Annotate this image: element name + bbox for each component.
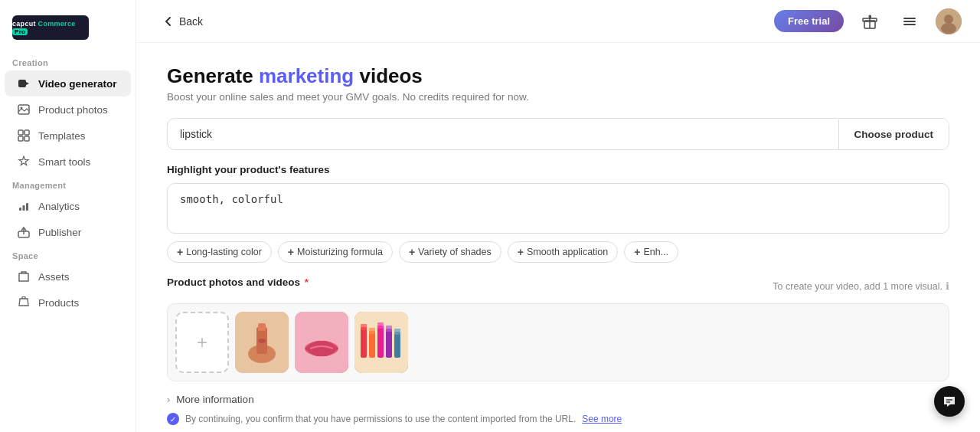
permission-note: ✓ By continuing, you confirm that you ha… (167, 413, 949, 425)
chip-plus-icon-5: + (634, 246, 640, 258)
sidebar-item-video-generator[interactable]: Video generator (5, 70, 131, 97)
sidebar-item-analytics[interactable]: Analytics (5, 193, 131, 219)
chip-smooth-application[interactable]: + Smooth application (508, 241, 619, 263)
products-icon (17, 296, 31, 309)
product-photos-icon (17, 103, 31, 116)
back-label: Back (179, 15, 203, 28)
photo-thumb-1-image (235, 312, 289, 373)
svg-marker-1 (26, 82, 29, 85)
features-section-label: Highlight your product's features (167, 164, 949, 175)
svg-point-20 (941, 23, 956, 34)
content-area: Generate marketing videos Boost your onl… (136, 43, 980, 432)
page-subtitle: Boost your online sales and meet your GM… (167, 91, 949, 103)
product-search-input[interactable] (168, 119, 838, 149)
templates-icon (17, 129, 31, 142)
checkmark-icon: ✓ (167, 413, 179, 425)
chevron-right-icon: › (167, 394, 170, 405)
svg-rect-10 (26, 203, 28, 211)
add-photo-button[interactable]: + (175, 312, 229, 373)
menu-lines-icon (902, 14, 917, 29)
more-info-label: More information (176, 394, 253, 405)
page-heading: Generate marketing videos (167, 64, 949, 88)
features-textarea[interactable]: smooth, colorful (180, 193, 936, 221)
svg-rect-7 (24, 136, 29, 141)
sidebar-item-analytics-label: Analytics (38, 201, 80, 212)
svg-rect-4 (18, 130, 23, 135)
gift-icon (862, 14, 877, 29)
avatar-image (936, 8, 962, 34)
add-photo-plus-icon: + (197, 332, 207, 353)
svg-rect-32 (386, 329, 392, 358)
sidebar-item-assets[interactable]: Assets (5, 263, 131, 290)
sidebar-item-products[interactable]: Products (5, 290, 131, 316)
svg-rect-0 (18, 80, 26, 87)
svg-rect-35 (369, 328, 375, 334)
permission-text: By continuing, you confirm that you have… (185, 414, 576, 424)
sidebar-item-product-photos-label: Product photos (38, 104, 108, 116)
sidebar-creation-label: Creation (0, 52, 136, 70)
assets-icon (17, 270, 31, 283)
analytics-icon (17, 199, 31, 213)
floating-help-button[interactable] (934, 386, 965, 417)
chip-plus-icon: + (177, 246, 183, 258)
back-button[interactable]: Back (155, 11, 211, 32)
logo-area[interactable]: capcut Commerce Pro (0, 9, 136, 52)
sidebar-item-assets-label: Assets (38, 271, 70, 283)
sidebar-item-templates[interactable]: Templates (5, 123, 131, 149)
sidebar-item-smart-tools[interactable]: Smart tools (5, 149, 131, 175)
svg-rect-6 (18, 136, 23, 141)
gift-icon-button[interactable] (856, 8, 884, 35)
photo-thumb-1[interactable] (235, 312, 289, 373)
chip-variety-of-shades[interactable]: + Variety of shades (399, 241, 501, 263)
svg-rect-33 (394, 332, 400, 358)
page-title: Generate marketing videos (167, 64, 949, 88)
video-generator-icon (17, 77, 31, 90)
svg-rect-30 (369, 331, 375, 358)
sidebar-management-label: Management (0, 175, 136, 193)
svg-rect-5 (24, 130, 29, 135)
svg-rect-36 (377, 322, 384, 329)
photos-section-row: Product photos and videos * To create yo… (167, 277, 949, 296)
chip-plus-icon-2: + (288, 246, 294, 258)
chip-long-lasting-color[interactable]: + Long-lasting color (167, 241, 272, 263)
publisher-icon (17, 225, 31, 239)
photos-required-asterisk: * (305, 277, 309, 288)
smart-tools-icon (17, 155, 31, 169)
menu-lines-button[interactable] (896, 8, 923, 35)
open-chat-icon (942, 394, 956, 408)
more-info-row[interactable]: › More information (167, 394, 949, 405)
sidebar-item-templates-label: Templates (38, 130, 86, 142)
back-arrow-icon (162, 15, 175, 28)
free-trial-button[interactable]: Free trial (774, 10, 844, 32)
svg-rect-37 (386, 326, 392, 332)
svg-rect-8 (19, 208, 21, 211)
chip-moisturizing-formula[interactable]: + Moisturizing formula (278, 241, 393, 263)
sidebar-item-video-generator-label: Video generator (38, 78, 117, 90)
user-avatar[interactable] (936, 8, 962, 34)
photos-section-label: Product photos and videos * (167, 277, 309, 288)
sidebar-item-products-label: Products (38, 297, 79, 309)
svg-point-19 (944, 15, 953, 24)
svg-rect-34 (361, 324, 367, 330)
photo-thumb-3[interactable] (354, 312, 408, 373)
sidebar-item-smart-tools-label: Smart tools (38, 156, 90, 168)
photos-hint: To create your video, add 1 more visual.… (773, 280, 949, 292)
chip-plus-icon-4: + (518, 246, 524, 258)
photo-thumb-2[interactable] (295, 312, 348, 373)
sidebar-space-label: Space (0, 245, 136, 263)
photos-grid: + (167, 303, 949, 381)
feature-chips: + Long-lasting color + Moisturizing form… (167, 241, 949, 263)
choose-product-button[interactable]: Choose product (838, 119, 949, 149)
sidebar-item-publisher[interactable]: Publisher (5, 219, 131, 245)
photo-thumb-3-image (354, 312, 408, 373)
photo-thumb-2-image (295, 312, 348, 373)
features-textarea-box: smooth, colorful (167, 183, 949, 234)
svg-rect-31 (377, 326, 384, 358)
sidebar: capcut Commerce Pro Creation Video gener… (0, 0, 136, 432)
info-icon: ℹ (946, 280, 949, 292)
chip-enhance[interactable]: + Enh... (624, 241, 678, 263)
sidebar-item-product-photos[interactable]: Product photos (5, 97, 131, 123)
see-more-link[interactable]: See more (582, 414, 622, 424)
main-area: Back Free trial Generate marketing video… (136, 0, 980, 432)
topbar: Back Free trial (136, 0, 980, 43)
